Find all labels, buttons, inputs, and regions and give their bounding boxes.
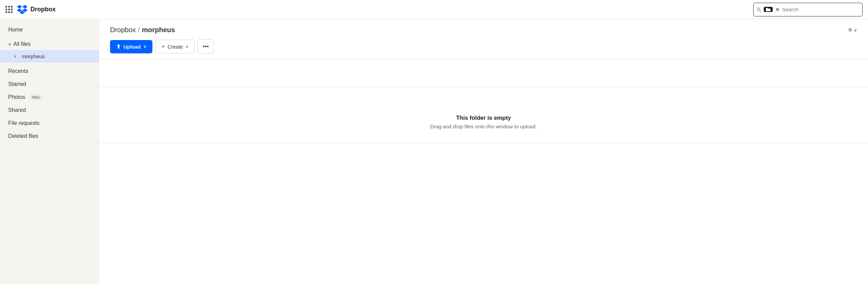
photos-new-badge: New bbox=[29, 94, 42, 100]
upload-chevron-icon: ∨ bbox=[144, 44, 146, 49]
empty-space-top bbox=[99, 60, 868, 87]
view-toggle-chevron-icon: ∨ bbox=[854, 28, 857, 33]
sidebar-item-all-files[interactable]: ∨ All files bbox=[0, 38, 99, 50]
content-header: Dropbox / morpheus ≡ ∨ bbox=[99, 19, 868, 39]
dropbox-logo-icon bbox=[17, 5, 28, 14]
sidebar-item-shared[interactable]: Shared bbox=[0, 104, 99, 117]
sidebar-all-files-label: All files bbox=[13, 41, 31, 47]
search-icon bbox=[757, 7, 761, 12]
sidebar-item-starred[interactable]: Starred bbox=[0, 78, 99, 91]
dropbox-logo-text: Dropbox bbox=[30, 6, 56, 13]
content-body: This folder is empty Drag and drop files… bbox=[99, 59, 868, 284]
more-options-button[interactable]: ••• bbox=[198, 39, 214, 54]
view-toggle-button[interactable]: ≡ ∨ bbox=[848, 26, 857, 34]
search-bar[interactable]: ✕ bbox=[753, 3, 863, 16]
breadcrumb-separator: / bbox=[138, 26, 140, 34]
sidebar: Home ∨ All files ∨ morpheus Recents Star… bbox=[0, 19, 99, 284]
sidebar-shared-label: Shared bbox=[8, 107, 26, 113]
sidebar-deleted-files-label: Deleted files bbox=[8, 133, 38, 139]
sidebar-recents-label: Recents bbox=[8, 68, 28, 74]
sidebar-item-morpheus[interactable]: ∨ morpheus bbox=[0, 50, 99, 63]
morpheus-chevron-icon: ∨ bbox=[14, 54, 16, 59]
create-button[interactable]: + Create ∨ bbox=[155, 40, 195, 53]
create-label: Create bbox=[167, 44, 183, 50]
toolbar: ⬆ Upload ∨ + Create ∨ ••• bbox=[99, 39, 868, 59]
sidebar-item-home[interactable]: Home bbox=[0, 23, 99, 36]
svg-rect-3 bbox=[766, 8, 768, 9]
create-chevron-icon: ∨ bbox=[186, 44, 188, 49]
main-layout: Home ∨ All files ∨ morpheus Recents Star… bbox=[0, 19, 868, 284]
search-clear-button[interactable]: ✕ bbox=[775, 7, 779, 12]
sidebar-home-label: Home bbox=[8, 27, 23, 33]
upload-icon: ⬆ bbox=[116, 43, 121, 50]
topbar-left: Dropbox bbox=[5, 5, 56, 14]
view-toggle-icon: ≡ bbox=[848, 26, 852, 34]
breadcrumb-root[interactable]: Dropbox bbox=[110, 26, 136, 34]
sidebar-item-recents[interactable]: Recents bbox=[0, 65, 99, 78]
search-folder-badge bbox=[764, 7, 773, 12]
sidebar-starred-label: Starred bbox=[8, 81, 26, 87]
breadcrumb: Dropbox / morpheus bbox=[110, 26, 175, 34]
empty-state-subtitle: Drag and drop files onto this window to … bbox=[430, 124, 537, 129]
create-plus-icon: + bbox=[162, 43, 165, 50]
upload-button[interactable]: ⬆ Upload ∨ bbox=[110, 40, 152, 53]
topbar: Dropbox ✕ bbox=[0, 0, 868, 19]
all-files-chevron-icon: ∨ bbox=[8, 42, 11, 47]
bottom-divider bbox=[99, 143, 868, 143]
svg-line-1 bbox=[760, 10, 761, 11]
sidebar-item-deleted-files[interactable]: Deleted files bbox=[0, 130, 99, 143]
sidebar-photos-label: Photos bbox=[8, 94, 25, 100]
all-files-section: ∨ All files ∨ morpheus bbox=[0, 36, 99, 65]
content-area: Dropbox / morpheus ≡ ∨ ⬆ Upload ∨ + Crea… bbox=[99, 19, 868, 284]
more-options-icon: ••• bbox=[203, 43, 209, 50]
sidebar-morpheus-label: morpheus bbox=[22, 53, 45, 59]
sidebar-item-photos[interactable]: Photos New bbox=[0, 91, 99, 104]
search-input[interactable] bbox=[782, 7, 859, 12]
breadcrumb-current: morpheus bbox=[142, 26, 175, 34]
sidebar-file-requests-label: File requests bbox=[8, 120, 40, 126]
sidebar-item-file-requests[interactable]: File requests bbox=[0, 117, 99, 130]
folder-badge-icon bbox=[766, 8, 771, 11]
grid-menu-icon[interactable] bbox=[5, 6, 13, 13]
upload-label: Upload bbox=[123, 44, 141, 50]
empty-state: This folder is empty Drag and drop files… bbox=[99, 87, 868, 143]
empty-state-title: This folder is empty bbox=[456, 115, 511, 121]
dropbox-logo[interactable]: Dropbox bbox=[17, 5, 56, 14]
